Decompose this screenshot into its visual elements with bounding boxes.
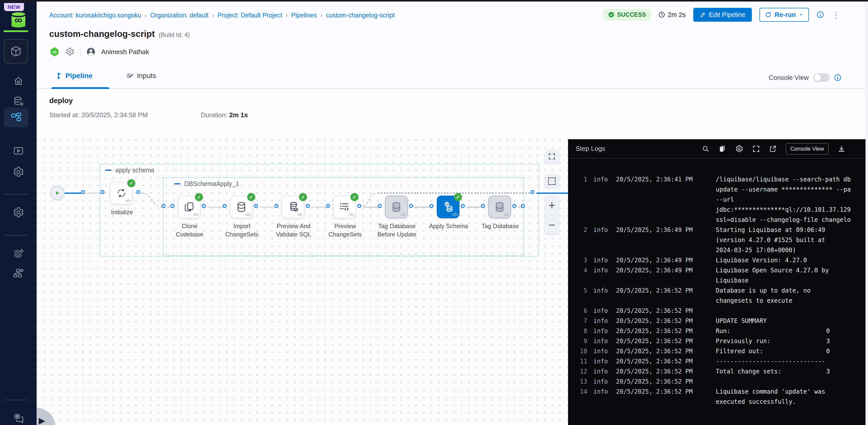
log-row: 14 info 20/5/2025, 2:36:52 PM Liquibase … bbox=[568, 387, 866, 407]
code-glyph: </> bbox=[245, 212, 251, 217]
log-message: Starting Liquibase at 09:06:49 (version … bbox=[716, 225, 866, 255]
fullscreen-icon bbox=[548, 152, 556, 160]
step-node-clone-codebase[interactable]: ✓ </> Clone Codebase bbox=[178, 196, 200, 218]
stage-summary: deploy Started at: 20/5/2025, 2:34:58 PM… bbox=[37, 89, 866, 139]
step-node-apply-schema-selected[interactable]: ✓ </> Apply Schema bbox=[437, 196, 460, 218]
console-view-toggle[interactable] bbox=[813, 73, 829, 82]
log-row: 12 info 20/5/2025, 2:36:52 PM 3 Total ch… bbox=[568, 366, 866, 376]
breadcrumb-organization[interactable]: Organization: default bbox=[150, 11, 209, 19]
log-line-number: 8 bbox=[573, 326, 587, 336]
search-icon[interactable] bbox=[702, 145, 709, 152]
help-chat-icon[interactable]: ? bbox=[0, 409, 37, 425]
more-options-icon[interactable]: ⋮ bbox=[832, 13, 840, 17]
breadcrumb-project[interactable]: Project: Default Project bbox=[218, 11, 282, 19]
logo-underline bbox=[3, 30, 28, 32]
log-message: Liquibase Version: 4.27.0 bbox=[716, 255, 866, 265]
success-badge-icon: ✓ bbox=[299, 193, 307, 201]
canvas-select-tool-button[interactable] bbox=[545, 174, 559, 188]
log-row: 2 info 20/5/2025, 2:36:49 PM Starting Li… bbox=[568, 225, 866, 255]
pipeline-start-node[interactable] bbox=[50, 186, 65, 200]
breadcrumb-separator: › bbox=[285, 12, 287, 19]
gear-icon[interactable] bbox=[65, 47, 74, 56]
connector-port bbox=[170, 204, 175, 208]
success-badge-icon: ✓ bbox=[195, 193, 203, 201]
log-line-number: 11 bbox=[573, 356, 587, 366]
open-in-new-icon[interactable] bbox=[769, 145, 777, 152]
sidebar-item-executions[interactable] bbox=[0, 142, 37, 160]
sidebar-item-settings-1[interactable] bbox=[0, 163, 37, 181]
connector-dashed bbox=[260, 207, 275, 207]
rerun-button[interactable]: Re-run bbox=[760, 8, 809, 22]
step-node-initialize[interactable]: ✓ </> Initialize bbox=[110, 182, 133, 204]
new-badge: NEW bbox=[4, 3, 24, 11]
connector-solid bbox=[467, 207, 481, 207]
database-upload-icon bbox=[442, 201, 455, 213]
step-node-preview-validate-sql[interactable]: ✓ </> Preview And Validate SQL bbox=[282, 196, 305, 218]
sidebar-item-home[interactable] bbox=[0, 72, 37, 90]
connector-port bbox=[81, 190, 85, 194]
scrollbar[interactable] bbox=[866, 1, 868, 425]
step-node-preview-changesets[interactable]: ✓ </> Preview ChangeSets bbox=[333, 196, 356, 218]
expand-fullscreen-icon[interactable] bbox=[752, 145, 760, 152]
step-label: Import ChangeSets bbox=[216, 222, 267, 238]
connector-port bbox=[274, 204, 278, 208]
code-glyph: </> bbox=[452, 212, 458, 217]
log-level: info bbox=[593, 336, 611, 346]
canvas-zoom-controls: + − bbox=[545, 195, 559, 235]
console-view-button[interactable]: Console View bbox=[786, 143, 829, 154]
connector-port bbox=[409, 204, 413, 208]
zoom-in-button[interactable]: + bbox=[545, 196, 559, 214]
step-node-tag-database[interactable]: </> Tag Database bbox=[488, 196, 511, 218]
canvas-fit-view-button[interactable] bbox=[545, 149, 559, 164]
log-value: 0 bbox=[716, 326, 830, 336]
tab-inputs[interactable]: Inputs bbox=[126, 72, 156, 80]
log-timestamp: 20/5/2025, 2:36:52 PM bbox=[616, 387, 699, 397]
duration-timer: 2m 2s bbox=[658, 11, 686, 19]
download-icon[interactable] bbox=[838, 145, 845, 152]
module-selector-button[interactable] bbox=[4, 39, 28, 63]
log-line-number: 5 bbox=[573, 285, 587, 295]
success-badge-icon: ✓ bbox=[350, 193, 359, 201]
log-message: 3 Total change sets: bbox=[716, 366, 866, 376]
breadcrumb-account[interactable]: Account: kurosakiichigo.songoku bbox=[49, 11, 141, 19]
log-timestamp: 20/5/2025, 2:36:52 PM bbox=[616, 356, 699, 366]
status-badge: SUCCESS bbox=[603, 9, 651, 21]
connector-dashed bbox=[168, 207, 171, 207]
chevron-down-icon bbox=[799, 12, 803, 17]
breadcrumb-pipeline-name[interactable]: custom-changelog-script bbox=[326, 11, 395, 19]
info-icon[interactable] bbox=[834, 74, 841, 81]
step-label: Apply Schema bbox=[423, 222, 474, 230]
step-node-tag-database-before-update[interactable]: </> Tag Database Before Update bbox=[385, 196, 408, 218]
svg-text:∞: ∞ bbox=[14, 14, 22, 26]
sidebar: NEW ∞ bbox=[0, 1, 37, 425]
pipeline-canvas[interactable]: apply schema DBSchemaApply_1 bbox=[37, 139, 568, 425]
settings-gear-icon[interactable] bbox=[735, 145, 743, 153]
sidebar-item-infra-config[interactable] bbox=[0, 264, 37, 282]
harness-dbops-logo-icon[interactable]: ∞ bbox=[7, 10, 29, 29]
copy-icon[interactable] bbox=[718, 145, 726, 152]
success-badge-icon: ✓ bbox=[127, 179, 135, 187]
toggle-knob bbox=[814, 74, 821, 81]
step-node-import-changesets[interactable]: ✓ </> Import ChangeSets bbox=[230, 196, 253, 218]
zoom-out-button[interactable]: − bbox=[545, 216, 559, 234]
log-timestamp: 20/5/2025, 2:36:41 PM bbox=[616, 174, 699, 185]
tab-pipeline[interactable]: Pipeline bbox=[55, 72, 92, 80]
log-output[interactable]: 1 info 20/5/2025, 2:36:41 PM /liquibase/… bbox=[568, 159, 866, 425]
sidebar-item-layers-config[interactable] bbox=[0, 245, 37, 262]
connector-port bbox=[512, 204, 516, 208]
log-message: 0 Run: bbox=[716, 326, 866, 336]
log-line-number: 1 bbox=[573, 174, 587, 185]
sidebar-item-settings-2[interactable] bbox=[0, 204, 37, 221]
sidebar-item-pipelines-active[interactable] bbox=[4, 108, 29, 128]
breadcrumb-pipelines[interactable]: Pipelines bbox=[291, 11, 317, 19]
ci-hexagon-icon: ∞ bbox=[49, 47, 60, 57]
step-label: Preview ChangeSets bbox=[320, 222, 371, 238]
log-message: ------------------------------ bbox=[716, 356, 866, 366]
code-glyph: </> bbox=[193, 212, 198, 217]
log-line-number: 7 bbox=[573, 316, 587, 326]
pipeline-tab-icon bbox=[55, 72, 62, 80]
log-level: info bbox=[593, 306, 611, 316]
info-icon[interactable] bbox=[816, 11, 824, 19]
edit-pipeline-button[interactable]: Edit Pipeline bbox=[693, 8, 752, 22]
step-label: Tag Database Before Update bbox=[371, 222, 423, 238]
